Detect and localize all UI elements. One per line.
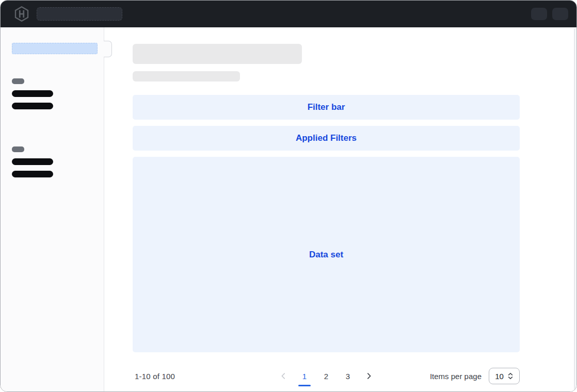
top-nav: [1, 1, 576, 27]
nav-action-button-1[interactable]: [531, 8, 547, 20]
sidebar-link-skeleton[interactable]: [12, 90, 53, 97]
page-button-1[interactable]: 1: [298, 367, 311, 385]
data-set-section: Data set: [133, 157, 520, 352]
page-title-skeleton: [133, 44, 302, 64]
sidebar-group-title-skeleton: [12, 78, 24, 84]
nav-action-button-2[interactable]: [552, 8, 568, 20]
page-button-3[interactable]: 3: [341, 367, 355, 385]
items-per-page-label: Items per page: [430, 372, 482, 381]
applied-filters-section: Applied Filters: [133, 126, 520, 151]
pagination-bar: 1-10 of 100 1 2 3: [133, 367, 520, 385]
items-per-page: Items per page 10: [430, 368, 520, 384]
data-set-label: Data set: [309, 250, 343, 260]
sidebar-group-title-skeleton: [12, 146, 24, 152]
sidebar-link-skeleton[interactable]: [12, 158, 53, 165]
unfold-chevrons-icon: [507, 372, 514, 380]
filter-bar-label: Filter bar: [308, 102, 345, 112]
pagination-pages: 1 2 3: [277, 367, 375, 385]
chevron-right-icon[interactable]: [363, 367, 375, 385]
hashicorp-logo[interactable]: [13, 5, 30, 23]
pagination-range: 1-10 of 100: [133, 372, 175, 381]
sidebar-toggle-handle[interactable]: [104, 41, 112, 57]
hashicorp-logo-icon: [14, 6, 29, 22]
sidebar-nav-group-2: [12, 146, 104, 177]
chevron-left-icon[interactable]: [277, 367, 290, 385]
page-subtitle-skeleton: [133, 71, 240, 81]
app-window: Filter bar Applied Filters Data set 1-10…: [0, 0, 577, 392]
nav-actions: [531, 8, 568, 20]
nav-search-placeholder[interactable]: [37, 7, 122, 21]
app-body: Filter bar Applied Filters Data set 1-10…: [1, 27, 576, 392]
sidebar: [1, 27, 104, 392]
page-button-2[interactable]: 2: [319, 367, 333, 385]
applied-filters-label: Applied Filters: [296, 133, 357, 143]
filter-bar-section: Filter bar: [133, 95, 520, 120]
scrollbar-track[interactable]: [574, 28, 575, 390]
sidebar-active-item-skeleton[interactable]: [12, 43, 98, 54]
main-content: Filter bar Applied Filters Data set 1-10…: [104, 27, 576, 392]
sidebar-nav-group-1: [12, 78, 104, 109]
sidebar-link-skeleton[interactable]: [12, 171, 53, 177]
items-per-page-value: 10: [495, 372, 504, 381]
sidebar-link-skeleton[interactable]: [12, 103, 53, 109]
items-per-page-select[interactable]: 10: [489, 368, 520, 384]
